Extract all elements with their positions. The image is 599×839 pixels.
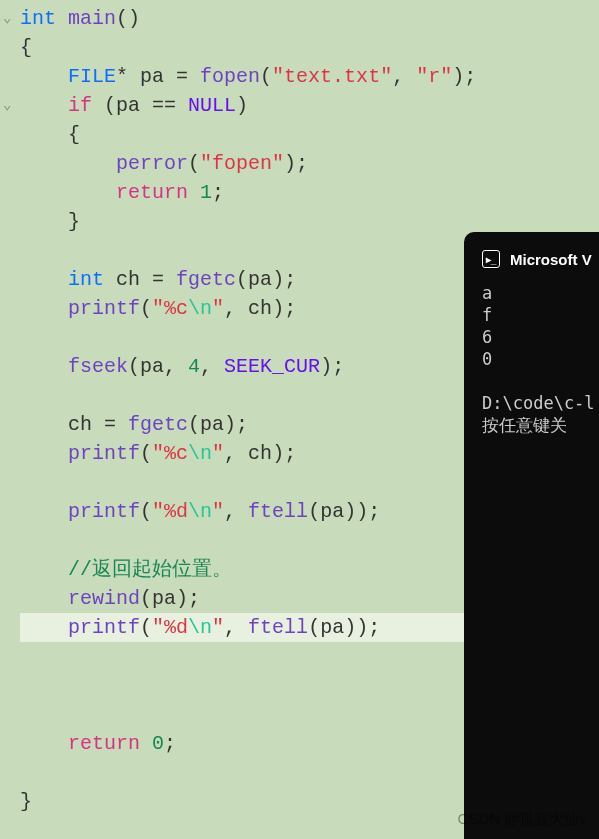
code-line[interactable]: { — [20, 33, 599, 62]
watermark: CSDN @孤寂大仙v — [458, 810, 587, 829]
code-line[interactable]: if (pa == NULL) — [20, 91, 599, 120]
output-line: 0 — [482, 348, 599, 370]
code-line[interactable]: FILE* pa = fopen("text.txt", "r"); — [20, 62, 599, 91]
code-line[interactable]: { — [20, 120, 599, 149]
code-line[interactable]: perror("fopen"); — [20, 149, 599, 178]
output-line: D:\code\c-l — [482, 392, 599, 414]
terminal-icon: ▸_ — [482, 250, 500, 268]
fold-marker-icon[interactable]: ⌄ — [3, 91, 15, 120]
output-line: 按任意键关 — [482, 414, 599, 436]
output-line: a — [482, 282, 599, 304]
terminal-title: Microsoft V — [510, 251, 592, 268]
output-line: f — [482, 304, 599, 326]
code-line[interactable]: return 1; — [20, 178, 599, 207]
terminal-window[interactable]: ▸_ Microsoft V af60D:\code\c-l按任意键关 — [464, 232, 599, 839]
terminal-output[interactable]: af60D:\code\c-l按任意键关 — [482, 282, 599, 436]
fold-marker-icon[interactable]: ⌄ — [3, 4, 15, 33]
output-line: 6 — [482, 326, 599, 348]
terminal-titlebar[interactable]: ▸_ Microsoft V — [482, 250, 599, 268]
code-line[interactable]: int main() — [20, 4, 599, 33]
